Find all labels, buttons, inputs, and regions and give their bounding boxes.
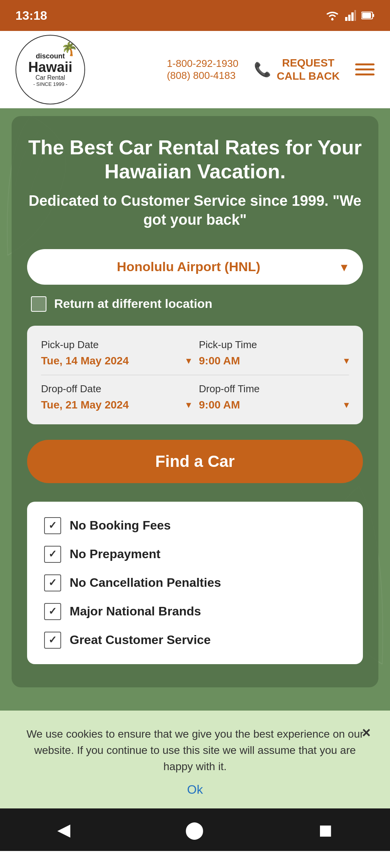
dropoff-date-label: Drop-off Date: [41, 383, 191, 395]
call-back-button[interactable]: REQUESTCALL BACK: [277, 56, 340, 82]
feature-checkbox-2: ✓: [44, 546, 61, 563]
hamburger-line-3: [355, 73, 375, 75]
header-right: 1-800-292-1930 (808) 800-4183 📞 REQUESTC…: [167, 56, 375, 82]
svg-rect-2: [348, 15, 351, 21]
return-checkbox[interactable]: [31, 296, 46, 312]
nav-recents-icon[interactable]: ◼: [318, 820, 333, 839]
dropoff-date-value: Tue, 21 May 2024: [41, 399, 129, 411]
pickup-time-value: 9:00 AM: [199, 355, 240, 367]
feature-label-1: No Booking Fees: [70, 518, 171, 533]
dropoff-time-col[interactable]: Drop-off Time 9:00 AM ▾: [199, 383, 349, 411]
datetime-card: Pick-up Date Tue, 14 May 2024 ▾ Pick-up …: [27, 326, 363, 424]
svg-rect-3: [351, 12, 354, 21]
location-chevron-icon: ▾: [341, 259, 347, 275]
phone-block[interactable]: 1-800-292-1930 (808) 800-4183: [167, 58, 238, 82]
hamburger-menu[interactable]: [355, 63, 375, 75]
pickup-date-select[interactable]: Tue, 14 May 2024 ▾: [41, 355, 191, 367]
checkmark-icon-3: ✓: [48, 577, 57, 589]
dropoff-time-chevron-icon: ▾: [344, 399, 349, 411]
nav-back-icon[interactable]: ◀: [57, 820, 70, 839]
feature-label-3: No Cancellation Penalties: [70, 576, 221, 590]
dropoff-time-label: Drop-off Time: [199, 383, 349, 395]
hamburger-line-1: [355, 63, 375, 65]
pickup-date-chevron-icon: ▾: [186, 355, 191, 367]
feature-item-4: ✓ Major National Brands: [44, 603, 346, 620]
phone2[interactable]: (808) 800-4183: [167, 70, 238, 82]
dropoff-time-select[interactable]: 9:00 AM ▾: [199, 399, 349, 411]
status-icons: [325, 10, 375, 21]
hero-subtitle: Dedicated to Customer Service since 1999…: [27, 191, 363, 230]
return-check-row: Return at different location: [27, 296, 363, 312]
cookie-close-button[interactable]: ×: [362, 724, 371, 741]
feature-label-5: Great Customer Service: [70, 633, 211, 647]
main-card: The Best Car Rental Rates for Your Hawai…: [12, 116, 378, 687]
logo[interactable]: 🌴 discount Hawaii Car Rental - SINCE 199…: [15, 35, 85, 104]
logo-since: - SINCE 1999 -: [33, 81, 67, 87]
return-label: Return at different location: [54, 297, 212, 311]
hamburger-line-2: [355, 68, 375, 70]
feature-checkbox-5: ✓: [44, 632, 61, 649]
pickup-time-label: Pick-up Time: [199, 339, 349, 351]
dropoff-row: Drop-off Date Tue, 21 May 2024 ▾ Drop-of…: [41, 383, 349, 411]
hero-title: The Best Car Rental Rates for Your Hawai…: [27, 135, 363, 184]
feature-checkbox-4: ✓: [44, 603, 61, 620]
checkmark-icon-5: ✓: [48, 634, 57, 646]
dropoff-date-select[interactable]: Tue, 21 May 2024 ▾: [41, 399, 191, 411]
phone-icon: 📞: [254, 62, 271, 78]
svg-rect-4: [354, 10, 356, 21]
wifi-icon: [325, 10, 340, 21]
feature-label-2: No Prepayment: [70, 547, 161, 561]
dropoff-date-chevron-icon: ▾: [186, 399, 191, 411]
pickup-time-col[interactable]: Pick-up Time 9:00 AM ▾: [199, 339, 349, 367]
header: 🌴 discount Hawaii Car Rental - SINCE 199…: [0, 31, 390, 108]
phone1[interactable]: 1-800-292-1930: [167, 58, 238, 70]
svg-point-0: [331, 18, 334, 21]
svg-rect-6: [373, 14, 374, 17]
features-card: ✓ No Booking Fees ✓ No Prepayment ✓ No C…: [27, 502, 363, 664]
location-selected-text: Honolulu Airport (HNL): [43, 259, 335, 274]
logo-car-rental: Car Rental: [36, 74, 65, 81]
checkmark-icon-1: ✓: [48, 519, 57, 531]
pickup-date-col[interactable]: Pick-up Date Tue, 14 May 2024 ▾: [41, 339, 191, 367]
feature-item-5: ✓ Great Customer Service: [44, 632, 346, 649]
pickup-row: Pick-up Date Tue, 14 May 2024 ▾ Pick-up …: [41, 339, 349, 367]
dropoff-date-col[interactable]: Drop-off Date Tue, 21 May 2024 ▾: [41, 383, 191, 411]
svg-rect-1: [345, 17, 347, 21]
dropoff-time-value: 9:00 AM: [199, 399, 240, 411]
feature-item-3: ✓ No Cancellation Penalties: [44, 574, 346, 591]
battery-icon: [361, 11, 375, 20]
pickup-date-label: Pick-up Date: [41, 339, 191, 351]
checkmark-icon-4: ✓: [48, 605, 57, 617]
feature-item-2: ✓ No Prepayment: [44, 546, 346, 563]
logo-hawaii: Hawaii: [28, 60, 72, 74]
signal-icon: [345, 10, 356, 21]
feature-checkbox-3: ✓: [44, 574, 61, 591]
nav-bar: ◀ ⬤ ◼: [0, 808, 390, 851]
cookie-banner: × We use cookies to ensure that we give …: [0, 711, 390, 808]
find-car-button[interactable]: Find a Car: [27, 440, 363, 483]
pickup-time-select[interactable]: 9:00 AM ▾: [199, 355, 349, 367]
cookie-text: We use cookies to ensure that we give yo…: [19, 726, 371, 775]
pickup-time-chevron-icon: ▾: [344, 355, 349, 367]
cookie-ok-button[interactable]: Ok: [187, 783, 203, 797]
pickup-date-value: Tue, 14 May 2024: [41, 355, 129, 367]
svg-rect-7: [362, 13, 371, 18]
location-selector[interactable]: Honolulu Airport (HNL) ▾: [27, 249, 363, 285]
nav-home-icon[interactable]: ⬤: [185, 820, 204, 839]
status-time: 13:18: [15, 9, 47, 23]
hero-section: The Best Car Rental Rates for Your Hawai…: [0, 108, 390, 711]
feature-label-4: Major National Brands: [70, 604, 201, 619]
feature-item-1: ✓ No Booking Fees: [44, 517, 346, 534]
call-back-wrap[interactable]: 📞 REQUESTCALL BACK: [254, 56, 340, 82]
status-bar: 13:18: [0, 0, 390, 31]
datetime-divider: [41, 375, 349, 375]
feature-checkbox-1: ✓: [44, 517, 61, 534]
checkmark-icon-2: ✓: [48, 548, 57, 560]
